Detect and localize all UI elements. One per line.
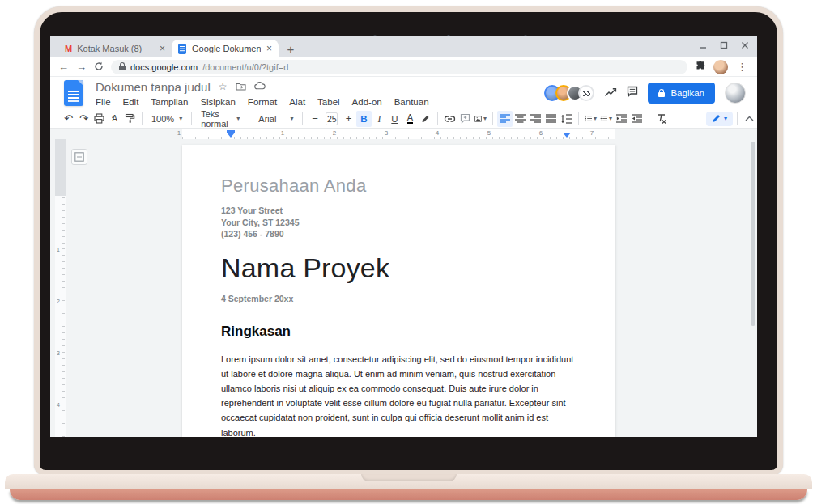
ruler-number: 4	[57, 402, 60, 408]
browser-navbar: ← → docs.google.com /document/u/0/?tgif=…	[50, 57, 757, 77]
close-window-icon[interactable]	[741, 41, 749, 49]
document-outline-button[interactable]	[71, 149, 87, 165]
ruler-number: 1	[281, 129, 284, 137]
increase-font-size-button[interactable]: +	[341, 111, 356, 127]
collaborator-avatar[interactable]	[578, 85, 594, 101]
menu-help[interactable]: Bantuan	[394, 97, 429, 107]
docs-app-icon[interactable]	[64, 80, 83, 106]
cloud-status-icon[interactable]	[254, 82, 266, 91]
ruler-number: 3	[57, 350, 60, 356]
reload-icon[interactable]	[94, 61, 104, 73]
align-center-button[interactable]	[513, 111, 528, 127]
chevron-down-icon: ▾	[483, 116, 487, 122]
tab-google-docs[interactable]: Google Dokumen ×	[172, 40, 279, 57]
menu-tools[interactable]: Alat	[289, 97, 305, 107]
horizontal-ruler[interactable]: 1 1 2 3 4 5 6 7	[50, 129, 757, 139]
comments-icon[interactable]	[627, 86, 638, 100]
chevron-down-icon: ▾	[609, 116, 612, 122]
section-heading-text[interactable]: Ringkasan	[221, 324, 577, 340]
vertical-ruler-margin	[55, 139, 66, 196]
ruler-number: 2	[333, 129, 336, 137]
new-tab-button[interactable]: +	[282, 40, 300, 57]
increase-indent-button[interactable]	[629, 111, 645, 127]
laptop-lid-notch	[361, 474, 457, 481]
font-size-input[interactable]: 25	[326, 112, 338, 125]
clear-formatting-button[interactable]	[653, 111, 669, 127]
activity-trend-icon[interactable]	[604, 86, 617, 100]
document-title[interactable]: Dokumen tanpa judul	[96, 80, 211, 94]
collaborator-avatars	[544, 85, 594, 101]
highlight-button[interactable]	[418, 111, 433, 127]
tab-gmail[interactable]: M Kotak Masuk (8) ×	[58, 40, 172, 57]
italic-button[interactable]: I	[372, 111, 387, 127]
bold-button[interactable]: B	[356, 111, 372, 127]
right-indent-marker[interactable]	[563, 133, 571, 138]
vertical-ruler[interactable]: 1 2 3 4	[55, 139, 66, 437]
address-line: Your City, ST 12345	[221, 217, 577, 229]
zoom-select[interactable]: 100% ▾	[147, 114, 187, 124]
account-avatar[interactable]	[725, 83, 746, 104]
insert-image-button[interactable]: ▾	[473, 111, 488, 127]
star-icon[interactable]: ☆	[219, 82, 228, 91]
company-name-text[interactable]: Perusahaan Anda	[221, 176, 577, 197]
extensions-icon[interactable]	[695, 60, 706, 74]
laptop-base-underside	[10, 489, 807, 500]
close-tab-icon[interactable]: ×	[160, 43, 165, 54]
back-icon[interactable]: ←	[58, 61, 69, 72]
underline-button[interactable]: U	[387, 111, 402, 127]
date-text[interactable]: 4 September 20xx	[221, 294, 577, 303]
minimize-icon[interactable]	[699, 41, 707, 49]
bulleted-list-button[interactable]: ▾	[598, 111, 614, 127]
menu-view[interactable]: Tampilan	[151, 97, 188, 107]
numbered-list-button[interactable]: ▾	[583, 111, 598, 127]
vertical-scrollbar[interactable]	[751, 142, 755, 326]
align-right-button[interactable]	[528, 111, 543, 127]
browser-menu-icon[interactable]: ⋮	[735, 61, 749, 73]
close-tab-icon[interactable]: ×	[266, 43, 272, 54]
hide-menus-button[interactable]	[742, 111, 757, 127]
project-title-text[interactable]: Nama Proyek	[221, 252, 577, 284]
menu-format[interactable]: Format	[248, 97, 277, 107]
ruler-number: 4	[436, 129, 439, 137]
font-select[interactable]: Arial ▾	[253, 114, 298, 124]
justify-button[interactable]	[543, 111, 559, 127]
paragraph-style-select[interactable]: Teks normal ▾	[196, 109, 245, 129]
lock-icon	[119, 66, 126, 70]
chevron-down-icon: ▾	[724, 116, 727, 122]
forward-icon[interactable]: →	[76, 61, 87, 72]
decrease-font-size-button[interactable]: −	[307, 111, 322, 127]
browser-window: M Kotak Masuk (8) × Google Dokumen × +	[50, 36, 757, 437]
company-address-text[interactable]: 123 Your Street Your City, ST 12345 (123…	[221, 205, 577, 240]
paint-format-button[interactable]	[122, 111, 138, 127]
undo-button[interactable]: ↶	[61, 111, 76, 127]
docs-header: Dokumen tanpa judul ☆ File Edit Tampilan…	[50, 77, 757, 109]
text-color-button[interactable]: A	[402, 111, 418, 127]
menu-insert[interactable]: Sisipkan	[200, 97, 235, 107]
ruler-number: 5	[487, 129, 491, 137]
menu-file[interactable]: File	[96, 97, 111, 107]
ruler-number: 6	[539, 129, 543, 137]
add-comment-button[interactable]	[457, 111, 473, 127]
ruler-number: 1	[57, 247, 60, 252]
print-button[interactable]	[91, 111, 107, 127]
address-bar[interactable]: docs.google.com /document/u/0/?tgif=d	[111, 60, 687, 74]
decrease-indent-button[interactable]	[614, 111, 629, 127]
redo-button[interactable]: ↷	[76, 111, 91, 127]
stage: M Kotak Masuk (8) × Google Dokumen × +	[0, 0, 817, 504]
align-left-button[interactable]	[497, 111, 513, 127]
body-paragraph-text[interactable]: Lorem ipsum dolor sit amet, consectetur …	[221, 352, 577, 438]
line-spacing-button[interactable]	[559, 111, 574, 127]
document-page[interactable]: Perusahaan Anda 123 Your Street Your Cit…	[182, 145, 615, 437]
editing-mode-button[interactable]: ▾	[706, 112, 733, 126]
menu-addon[interactable]: Add-on	[352, 97, 382, 107]
ruler-page-region	[182, 129, 615, 139]
move-folder-icon[interactable]	[236, 82, 246, 92]
share-button[interactable]: Bagikan	[648, 83, 715, 104]
maximize-icon[interactable]	[720, 41, 728, 49]
menu-edit[interactable]: Edit	[123, 97, 139, 107]
menu-table[interactable]: Tabel	[317, 97, 340, 107]
insert-link-button[interactable]	[442, 111, 457, 127]
left-indent-marker[interactable]	[227, 133, 235, 138]
browser-profile-avatar[interactable]	[713, 60, 728, 74]
spellcheck-button[interactable]: A✓	[107, 111, 122, 127]
